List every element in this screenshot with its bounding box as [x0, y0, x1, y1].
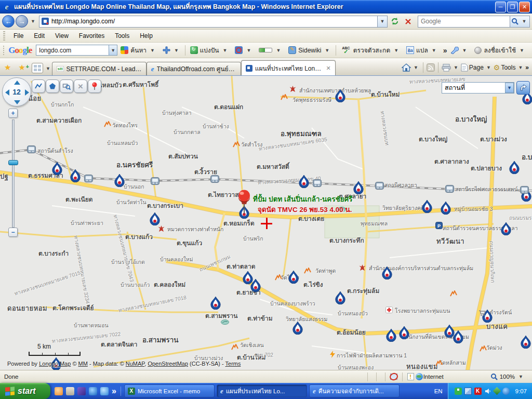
ptt-gas-station-marker[interactable]: [210, 296, 221, 312]
power-plant-marker[interactable]: [330, 351, 335, 360]
clear-tool[interactable]: ✕: [74, 79, 87, 93]
temple-marker[interactable]: [435, 359, 443, 368]
temple-marker[interactable]: [480, 344, 487, 354]
tab-settrade[interactable]: stt SETTRADE.COM - Leading Te...: [52, 62, 147, 75]
ptt-gas-station-marker[interactable]: [453, 330, 464, 345]
tray-messenger-icon[interactable]: [455, 388, 462, 395]
pushpin-tool[interactable]: [88, 79, 101, 93]
zoom-slider-track[interactable]: [12, 119, 15, 228]
quick-launch-media-icon[interactable]: [77, 387, 86, 395]
print-dropdown-icon[interactable]: ▼: [452, 65, 460, 70]
translate-button[interactable]: อa แปล▼: [403, 44, 441, 56]
shopping-marker[interactable]: [478, 309, 486, 318]
ptt-gas-station-marker[interactable]: [509, 161, 520, 176]
dropdown-arrow-icon[interactable]: ▼: [505, 83, 514, 93]
railway-station-marker[interactable]: [210, 175, 219, 185]
temple-marker[interactable]: [281, 93, 288, 102]
ptt-gas-station-marker[interactable]: [385, 328, 397, 344]
railway-station-marker[interactable]: [151, 177, 159, 187]
railway-station-marker[interactable]: [445, 185, 454, 195]
railway-station-marker[interactable]: [27, 145, 36, 155]
page-zoom-value[interactable]: 100%: [500, 374, 515, 380]
hospital-marker[interactable]: [385, 306, 393, 315]
signin-button[interactable]: ลงชื่อเข้าใช้▼: [471, 44, 529, 56]
toolbar-grip[interactable]: [3, 31, 5, 41]
toolbar-settings-button[interactable]: ▼: [447, 46, 472, 55]
zoom-box-tool[interactable]: [60, 79, 73, 93]
page-menu-button[interactable]: Page: [469, 64, 484, 71]
ptt-gas-station-marker[interactable]: [70, 169, 81, 184]
ptt-gas-station-marker[interactable]: [335, 89, 346, 104]
toolbar-grip[interactable]: [3, 46, 4, 55]
attribution-link[interactable]: OpenStreetMap: [148, 361, 188, 367]
ptt-gas-station-marker[interactable]: [500, 222, 512, 237]
pagerank-indicator[interactable]: ▼: [256, 47, 285, 54]
google-query-text[interactable]: longdo.com: [39, 47, 71, 54]
ptt-gas-station-marker[interactable]: [353, 181, 364, 196]
pan-up-icon[interactable]: [14, 81, 20, 85]
ptt-gas-station-marker[interactable]: [440, 201, 451, 217]
attribution-link[interactable]: NuMAP: [126, 361, 144, 367]
share-button[interactable]: แบ่งปัน▼: [187, 44, 232, 56]
menu-favorites[interactable]: Favorites: [74, 31, 110, 41]
tab-thailandoffroad[interactable]: e ThailandOffroad.com ศูนย์รว...: [147, 62, 241, 75]
zoom-slider-handle[interactable]: [8, 160, 18, 165]
pan-down-icon[interactable]: [14, 100, 20, 104]
government-office-marker[interactable]: [289, 85, 296, 95]
ptt-gas-station-marker[interactable]: [51, 162, 63, 177]
minimize-button[interactable]: ─: [495, 2, 506, 12]
spellcheck-button[interactable]: ABC✓ ตรวจตัวสะกด▼: [338, 44, 403, 56]
place-search-dropdown[interactable]: สถานที่ ▼: [442, 82, 514, 94]
ptt-gas-station-marker[interactable]: [398, 326, 410, 341]
zoom-dropdown-icon[interactable]: ▼: [517, 374, 525, 379]
zoom-in-button[interactable]: +: [8, 109, 18, 118]
menu-view[interactable]: View: [50, 31, 74, 41]
ptt-gas-station-marker[interactable]: [335, 291, 346, 307]
google-search-dropdown[interactable]: ▼: [109, 45, 117, 56]
map-canvas[interactable]: ทุ่งน้อยบ้านกกโกต.แหลมบัวต.ศรีมหาโพธิ์สำ…: [0, 75, 532, 370]
tray-network-icon[interactable]: [464, 388, 472, 395]
language-indicator[interactable]: EN: [434, 388, 443, 394]
address-bar[interactable]: [39, 16, 378, 28]
temple-marker[interactable]: [275, 273, 282, 283]
add-gadgets-button[interactable]: ▼: [159, 45, 183, 55]
quick-launch-printer-icon[interactable]: [66, 387, 74, 395]
tools-menu-button[interactable]: Tools: [501, 64, 515, 71]
sidewiki-button[interactable]: Sidewiki▼: [285, 45, 334, 55]
ptt-gas-station-marker[interactable]: [298, 175, 310, 190]
page-error-icon[interactable]: [407, 373, 414, 380]
red-pushpin-marker[interactable]: [235, 190, 253, 217]
quick-tabs-button[interactable]: [32, 63, 43, 73]
quick-launch-clock-icon[interactable]: [55, 387, 63, 395]
home-dropdown-icon[interactable]: ▼: [412, 65, 420, 70]
ptt-gas-station-marker[interactable]: [292, 321, 303, 337]
menu-file[interactable]: File: [8, 31, 29, 41]
tray-kaspersky-icon[interactable]: K: [474, 388, 482, 395]
task-button-longdo-map[interactable]: e แผนที่ประเทศไทย Lo...: [217, 384, 307, 397]
toolbar-overflow-icon[interactable]: »: [443, 46, 447, 55]
history-dropdown-icon[interactable]: ▼: [29, 19, 37, 24]
add-favorite-button[interactable]: ★: [14, 63, 28, 75]
search-options-dropdown-icon[interactable]: ▼: [520, 19, 528, 24]
railway-station-marker[interactable]: [375, 182, 384, 192]
search-input[interactable]: [421, 18, 507, 25]
restore-button[interactable]: ❐: [507, 2, 518, 12]
quick-launch-overflow-icon[interactable]: »: [112, 387, 116, 396]
tools-dropdown-icon[interactable]: ▼: [516, 65, 524, 70]
temple-marker[interactable]: [304, 267, 311, 276]
toolbar-overflow-icon[interactable]: »: [525, 64, 529, 71]
temple-marker[interactable]: [231, 343, 238, 352]
google-search-field[interactable]: longdo.com: [36, 45, 109, 56]
government-office-marker[interactable]: [158, 225, 165, 234]
railway-station-marker[interactable]: [520, 186, 529, 196]
ptt-gas-station-marker[interactable]: [114, 174, 125, 189]
tab-list-dropdown-icon[interactable]: ▼: [44, 66, 52, 71]
ptt-gas-station-marker[interactable]: [250, 278, 261, 294]
page-dropdown-icon[interactable]: ▼: [485, 65, 493, 70]
task-button-excel[interactable]: X Microsoft Excel - memo: [124, 384, 215, 397]
tab-longdo-map-active[interactable]: แผนที่ประเทศไทย Longdo... ✕: [241, 60, 336, 75]
tray-volume-icon[interactable]: [484, 388, 491, 395]
task-button-ie-other[interactable]: e คืนความจดจำกับการเดิ...: [309, 384, 400, 397]
attribution-link[interactable]: Terms: [225, 361, 241, 367]
railway-station-marker[interactable]: [84, 175, 93, 184]
